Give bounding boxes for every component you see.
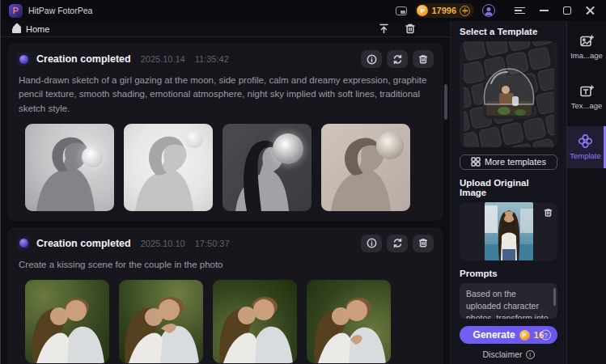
app-logo-icon: P — [9, 4, 23, 18]
regenerate-button[interactable] — [387, 235, 408, 252]
template-preview-panel[interactable] — [460, 41, 557, 147]
history-panel: Home Creation completed 2025.10.14 11:35… — [1, 21, 450, 364]
delete-button[interactable] — [413, 50, 434, 68]
select-template-title: Select a Template — [460, 27, 557, 36]
more-templates-label: More templates — [485, 157, 546, 167]
regenerate-button[interactable] — [387, 50, 408, 68]
creation-time: 17:50:37 — [195, 239, 230, 248]
generate-label: Generate — [473, 329, 515, 341]
moon-shape — [376, 132, 404, 159]
creation-time: 11:35:42 — [195, 54, 229, 64]
template-image[interactable] — [464, 41, 554, 147]
close-button[interactable] — [586, 6, 595, 15]
breadcrumb-home[interactable]: Home — [26, 24, 49, 34]
menu-icon[interactable] — [515, 7, 525, 15]
remove-upload-icon[interactable] — [544, 206, 553, 221]
tab-label: Tex...age — [571, 101, 603, 110]
breadcrumb: Home — [1, 21, 450, 37]
generated-image-thumbnail[interactable] — [213, 280, 297, 363]
minimize-button[interactable] — [540, 10, 549, 11]
info-button[interactable] — [361, 235, 382, 252]
creation-status: Creation completed — [36, 238, 131, 249]
generate-button[interactable]: Generate P 16 ? — [460, 326, 557, 344]
maximize-button[interactable] — [563, 6, 571, 15]
mini-window-icon[interactable] — [396, 6, 407, 15]
coin-count: 17996 — [431, 6, 456, 15]
info-button[interactable] — [361, 50, 382, 68]
mode-tab-rail: Ima...age Tex...age Template — [567, 21, 606, 364]
help-icon[interactable]: ? — [540, 330, 551, 341]
result-thumbnails — [25, 280, 434, 363]
upload-panel[interactable] — [460, 202, 557, 260]
creation-prompt: Create a kissing scene for the couple in… — [19, 258, 432, 272]
coin-balance[interactable]: P 17996 — [415, 3, 474, 18]
creation-card: Creation completed 2025.10.10 17:50:37 C… — [7, 227, 443, 364]
disclaimer-info-icon: i — [526, 350, 535, 359]
generated-image-thumbnail[interactable] — [124, 124, 213, 211]
add-coins-button[interactable] — [460, 6, 470, 16]
text-to-image-icon — [580, 85, 594, 98]
templates-grid-icon — [471, 157, 481, 167]
result-thumbnails — [25, 124, 434, 211]
prompt-textarea[interactable]: Based on the uploaded character photos, … — [460, 283, 557, 319]
creation-card: Creation completed 2025.10.14 11:35:42 H… — [7, 43, 443, 221]
export-icon[interactable] — [378, 23, 390, 35]
coin-icon: P — [519, 330, 530, 341]
title-bar: P HitPaw FotorPea P 17996 — [1, 0, 606, 21]
creation-badge-icon — [17, 237, 30, 250]
tab-label: Template — [570, 151, 601, 160]
moon-shape — [185, 130, 203, 148]
prompts-title: Prompts — [460, 269, 557, 278]
generated-image-thumbnail[interactable] — [25, 124, 114, 211]
generated-image-thumbnail[interactable] — [25, 280, 109, 363]
scrollbar-thumb[interactable] — [444, 84, 447, 120]
delete-button[interactable] — [413, 235, 434, 252]
tab-label: Ima...age — [570, 51, 603, 60]
delete-all-icon[interactable] — [405, 23, 416, 35]
moon-shape — [82, 146, 103, 167]
history-scroll-area: Creation completed 2025.10.14 11:35:42 H… — [1, 37, 450, 364]
template-icon — [578, 134, 592, 148]
app-window: P HitPaw FotorPea P 17996 Home — [0, 0, 606, 364]
disclaimer-label: Disclaimer — [482, 349, 522, 359]
more-templates-button[interactable]: More templates — [460, 154, 557, 170]
generated-image-thumbnail[interactable] — [222, 124, 311, 211]
creation-status: Creation completed — [36, 53, 131, 65]
template-sidebar: Select a Template — [450, 21, 567, 364]
home-icon — [12, 25, 21, 33]
image-to-image-icon — [580, 35, 594, 48]
creation-date: 2025.10.14 — [141, 54, 185, 64]
creation-badge-icon — [17, 53, 30, 66]
tab-image-to-image[interactable]: Ima...age — [567, 26, 606, 68]
disclaimer-link[interactable]: Disclaimer i — [460, 349, 557, 359]
tab-template[interactable]: Template — [567, 126, 606, 168]
creation-prompt: Hand-drawn sketch of a girl gazing at th… — [19, 74, 432, 116]
generated-image-thumbnail[interactable] — [119, 280, 203, 363]
app-title: HitPaw FotorPea — [28, 6, 92, 15]
creation-date: 2025.10.10 — [141, 239, 185, 248]
prompt-scrollbar-thumb[interactable] — [553, 288, 556, 306]
prompt-text: Based on the uploaded character photos, … — [466, 289, 549, 319]
uploaded-image[interactable] — [485, 202, 533, 260]
upload-title: Upload Original Image — [460, 178, 557, 197]
coin-icon: P — [417, 5, 428, 16]
tab-text-to-image[interactable]: Tex...age — [567, 76, 606, 118]
generated-image-thumbnail[interactable] — [321, 124, 410, 211]
account-icon[interactable] — [482, 4, 495, 17]
generated-image-thumbnail[interactable] — [307, 280, 391, 363]
moon-shape — [273, 133, 303, 164]
